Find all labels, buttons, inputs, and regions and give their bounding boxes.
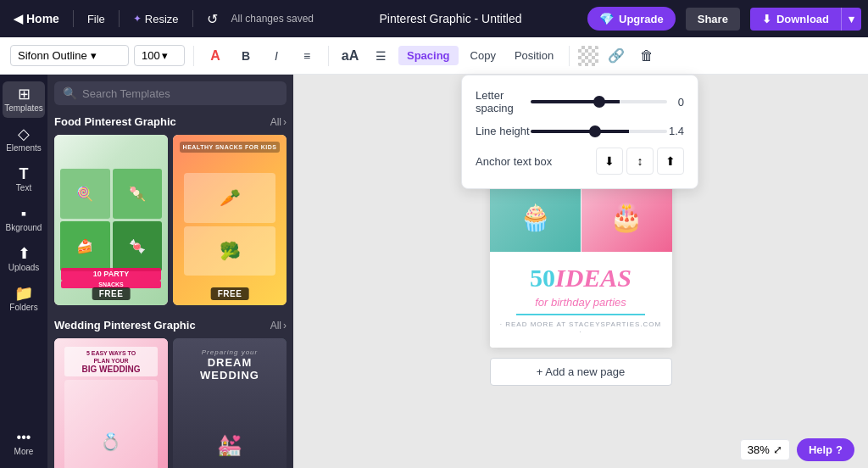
font-selector[interactable]: Sifonn Outline ▾ — [10, 45, 129, 66]
undo-button[interactable]: ↺ — [200, 8, 225, 31]
download-button-group: ⬇ Download ▾ — [750, 8, 861, 31]
line-height-value: 1.4 — [667, 125, 684, 137]
list-icon: ☰ — [376, 49, 387, 63]
font-dropdown-icon: ▾ — [91, 49, 97, 62]
wedding-all-label: All — [270, 320, 281, 332]
toolbar-separator-3 — [569, 46, 570, 66]
sidebar-item-background[interactable]: ▪ Bkground — [3, 201, 45, 237]
nav-divider-1 — [73, 10, 74, 27]
upgrade-label: Upgrade — [619, 13, 664, 25]
anchor-text-box-label: Anchor text box — [476, 155, 593, 168]
upgrade-button[interactable]: 💎 Upgrade — [587, 7, 676, 31]
align-button[interactable]: ≡ — [294, 43, 320, 69]
template-panel: 🔍 Food Pinterest Graphic All › 🍭 🍡 🍰 🍬 — [47, 75, 293, 468]
bottom-bar: 38% ⤢ Help ? — [726, 432, 868, 468]
help-label: Help — [809, 443, 832, 456]
link-button[interactable]: 🔗 — [604, 43, 629, 69]
document-title: Pinterest Graphic - Untitled — [317, 12, 584, 25]
nav-divider-3 — [192, 10, 193, 27]
text-label: Text — [16, 183, 31, 192]
add-page-label: + Add a new page — [537, 365, 625, 378]
text-color-button[interactable]: A — [203, 43, 228, 69]
download-dropdown-button[interactable]: ▾ — [842, 8, 861, 31]
canvas-subtitle: for birthday parties — [500, 296, 662, 309]
file-button[interactable]: File — [81, 9, 112, 29]
list-button[interactable]: ☰ — [368, 43, 393, 69]
templates-icon: ⊞ — [18, 86, 31, 102]
food-chevron-icon: › — [283, 116, 287, 128]
font-size-selector[interactable]: 100 ▾ — [134, 45, 185, 66]
wedding-template-2[interactable]: Preparing your DREAM WEDDING 💒 FREE — [173, 338, 287, 468]
sidebar-item-uploads[interactable]: ⬆ Uploads — [3, 241, 45, 277]
canvas-divider — [516, 314, 646, 315]
main-area: ⊞ Templates ◇ Elements T Text ▪ Bkground… — [0, 75, 868, 468]
search-input[interactable] — [82, 87, 278, 100]
anchor-top-icon: ⬆ — [665, 154, 676, 168]
expand-icon: ⤢ — [773, 443, 782, 456]
help-button[interactable]: Help ? — [797, 438, 854, 461]
sidebar-item-templates[interactable]: ⊞ Templates — [3, 81, 45, 118]
copy-button[interactable]: Copy — [464, 46, 503, 65]
resize-button[interactable]: ✦ Resize — [126, 9, 186, 29]
position-button[interactable]: Position — [508, 46, 560, 65]
italic-button[interactable]: I — [264, 43, 289, 69]
search-box[interactable]: 🔍 — [54, 81, 287, 105]
zoom-indicator[interactable]: 38% ⤢ — [740, 439, 790, 460]
letter-spacing-slider[interactable] — [531, 100, 667, 103]
toolbar-separator-2 — [328, 46, 329, 66]
letter-spacing-value: 0 — [667, 96, 684, 109]
elements-label: Elements — [6, 143, 42, 153]
sidebar-item-folders[interactable]: 📁 Folders — [3, 281, 45, 317]
anchor-middle-button[interactable]: ↕ — [626, 148, 654, 175]
wedding-template-grid: 5 EASY WAYS TOPLAN YOUR BIG WEDDING 💍 FR… — [54, 338, 287, 468]
download-main-button[interactable]: ⬇ Download — [750, 8, 842, 31]
add-page-button[interactable]: + Add a new page — [490, 358, 672, 386]
home-button[interactable]: ◀ Home — [7, 8, 66, 29]
left-sidebar: ⊞ Templates ◇ Elements T Text ▪ Bkground… — [0, 75, 47, 468]
elements-icon: ◇ — [18, 126, 30, 142]
line-height-row: Line height 1.4 — [476, 125, 684, 137]
uploads-label: Uploads — [8, 263, 40, 272]
bold-label: B — [242, 49, 250, 63]
link-icon: 🔗 — [608, 47, 625, 64]
sidebar-item-text[interactable]: T Text — [3, 161, 45, 198]
food-template-2[interactable]: HEALTHY SNACKS FOR KIDS 🥕 🥦 FREE — [173, 135, 287, 305]
wedding-chevron-icon: › — [283, 320, 287, 332]
file-label: File — [87, 13, 105, 25]
formatting-toolbar: Sifonn Outline ▾ 100 ▾ A B I ≡ aA ☰ Spac… — [0, 37, 868, 75]
wedding-section-header: Wedding Pinterest Graphic All › — [54, 319, 287, 332]
food-all-link[interactable]: All › — [270, 116, 287, 128]
download-icon: ⬇ — [762, 13, 771, 25]
sidebar-item-more[interactable]: ••• More — [9, 425, 39, 461]
wedding-template-1[interactable]: 5 EASY WAYS TOPLAN YOUR BIG WEDDING 💍 FR… — [54, 338, 168, 468]
font-case-button[interactable]: aA — [337, 43, 363, 69]
spacing-label: Spacing — [407, 49, 450, 62]
delete-button[interactable]: 🗑 — [634, 43, 659, 69]
folders-label: Folders — [9, 303, 37, 312]
anchor-middle-icon: ↕ — [637, 154, 643, 168]
italic-label: I — [275, 49, 278, 63]
anchor-text-box-row: Anchor text box ⬇ ↕ ⬆ — [476, 148, 684, 175]
home-label: Home — [26, 12, 59, 25]
toolbar-separator-1 — [193, 46, 194, 66]
transparency-button[interactable] — [578, 46, 598, 66]
spacing-button[interactable]: Spacing — [398, 46, 459, 65]
anchor-bottom-button[interactable]: ⬇ — [596, 148, 623, 175]
bold-button[interactable]: B — [233, 43, 259, 69]
canvas-url: · READ MORE AT STACEYSPARTIES.COM · — [500, 320, 662, 336]
align-icon: ≡ — [303, 49, 310, 63]
food-template-grid: 🍭 🍡 🍰 🍬 10 PARTY SNACKS FREE HEALTHY SNA — [54, 135, 287, 305]
line-height-slider[interactable] — [531, 130, 667, 133]
share-button[interactable]: Share — [686, 8, 740, 31]
download-label: Download — [776, 13, 829, 25]
resize-label: Resize — [145, 13, 179, 25]
food-section-title: Food Pinterest Graphic — [54, 115, 176, 128]
food-template-1[interactable]: 🍭 🍡 🍰 🍬 10 PARTY SNACKS FREE — [54, 135, 168, 305]
sidebar-item-elements[interactable]: ◇ Elements — [3, 121, 45, 158]
anchor-top-button[interactable]: ⬆ — [657, 148, 684, 175]
nav-divider-2 — [119, 10, 120, 27]
folders-icon: 📁 — [14, 286, 33, 301]
wedding-all-link[interactable]: All › — [270, 320, 287, 332]
more-label: More — [14, 447, 34, 456]
autosave-status: All changes saved — [231, 13, 314, 25]
